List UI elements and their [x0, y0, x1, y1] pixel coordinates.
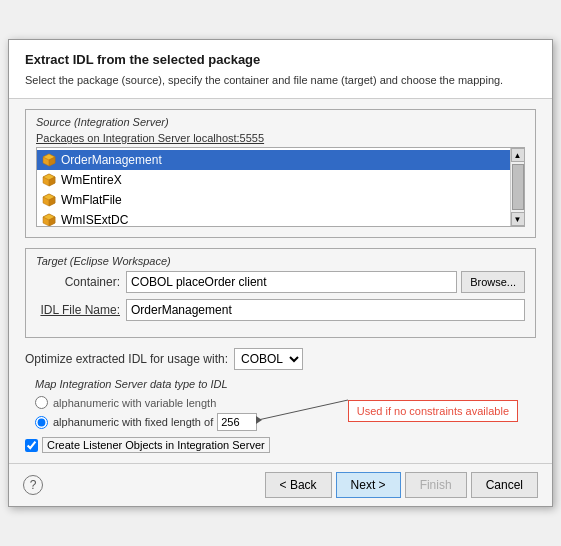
- package-icon: [41, 152, 57, 168]
- create-listener-checkbox[interactable]: [25, 439, 38, 452]
- list-item[interactable]: OrderManagement: [37, 150, 524, 170]
- cancel-button[interactable]: Cancel: [471, 472, 538, 498]
- container-label: Container:: [36, 275, 126, 289]
- package-name: OrderManagement: [61, 153, 162, 167]
- map-section: Map Integration Server data type to IDL …: [35, 378, 536, 431]
- map-section-title: Map Integration Server data type to IDL: [35, 378, 536, 390]
- idl-file-input[interactable]: [126, 299, 525, 321]
- browse-button[interactable]: Browse...: [461, 271, 525, 293]
- package-name: WmFlatFile: [61, 193, 122, 207]
- container-row: Container: Browse...: [36, 271, 525, 293]
- idl-file-row: IDL File Name:: [36, 299, 525, 321]
- radio-fixed[interactable]: [35, 416, 48, 429]
- checkbox-row: Create Listener Objects in Integration S…: [25, 437, 536, 453]
- radio-fixed-label: alphanumeric with fixed length of: [53, 416, 213, 428]
- next-button[interactable]: Next >: [336, 472, 401, 498]
- dialog-header: Extract IDL from the selected package Se…: [9, 40, 552, 99]
- dialog-description: Select the package (source), specify the…: [25, 73, 536, 88]
- scroll-up-button[interactable]: ▲: [511, 148, 525, 162]
- svg-marker-13: [256, 416, 262, 424]
- extract-idl-dialog: Extract IDL from the selected package Se…: [8, 39, 553, 507]
- back-button[interactable]: < Back: [265, 472, 332, 498]
- finish-button[interactable]: Finish: [405, 472, 467, 498]
- optimize-label: Optimize extracted IDL for usage with:: [25, 352, 228, 366]
- package-name: WmEntireX: [61, 173, 122, 187]
- annotation-text: Used if no constraints available: [348, 400, 518, 422]
- annotation-arrow: [238, 390, 358, 430]
- footer-buttons: < Back Next > Finish Cancel: [265, 472, 538, 498]
- help-button[interactable]: ?: [23, 475, 43, 495]
- scroll-thumb[interactable]: [512, 164, 524, 210]
- radio-variable[interactable]: [35, 396, 48, 409]
- idl-file-label: IDL File Name:: [36, 303, 126, 317]
- scrollbar[interactable]: ▲ ▼: [510, 148, 524, 226]
- package-icon: [41, 192, 57, 208]
- dialog-footer: ? < Back Next > Finish Cancel: [9, 463, 552, 506]
- radio-variable-label: alphanumeric with variable length: [53, 397, 216, 409]
- source-group-label: Source (Integration Server): [36, 116, 525, 128]
- optimize-select[interactable]: COBOL Natural: [234, 348, 303, 370]
- create-listener-label: Create Listener Objects in Integration S…: [42, 437, 270, 453]
- package-list-inner: OrderManagement WmEntireX: [37, 148, 524, 227]
- list-item[interactable]: WmISExtDC: [37, 210, 524, 227]
- scroll-down-button[interactable]: ▼: [511, 212, 525, 226]
- svg-line-12: [258, 400, 348, 420]
- container-input[interactable]: [126, 271, 457, 293]
- dialog-body: Source (Integration Server) Packages on …: [9, 99, 552, 463]
- target-group: Target (Eclipse Workspace) Container: Br…: [25, 248, 536, 338]
- source-group: Source (Integration Server) Packages on …: [25, 109, 536, 238]
- package-list[interactable]: OrderManagement WmEntireX: [36, 147, 525, 227]
- list-item[interactable]: WmEntireX: [37, 170, 524, 190]
- target-group-label: Target (Eclipse Workspace): [36, 255, 525, 267]
- optimize-row: Optimize extracted IDL for usage with: C…: [25, 348, 536, 370]
- packages-list-label: Packages on Integration Server localhost…: [36, 132, 525, 144]
- list-item[interactable]: WmFlatFile: [37, 190, 524, 210]
- package-icon: [41, 212, 57, 227]
- dialog-title: Extract IDL from the selected package: [25, 52, 536, 67]
- package-icon: [41, 172, 57, 188]
- package-name: WmISExtDC: [61, 213, 128, 227]
